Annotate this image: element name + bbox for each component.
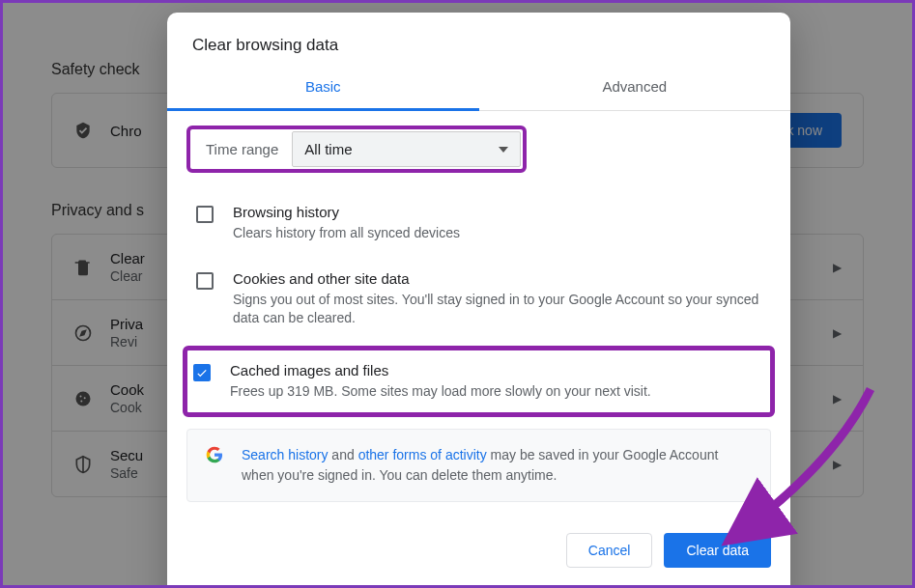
clear-browsing-data-dialog: Clear browsing data Basic Advanced Time … [167, 13, 790, 588]
option-cookies[interactable]: Cookies and other site data Signs you ou… [186, 257, 771, 342]
cancel-button[interactable]: Cancel [566, 533, 653, 568]
google-g-icon [205, 445, 224, 464]
option-title: Cookies and other site data [233, 270, 761, 287]
option-browsing-history[interactable]: Browsing history Clears history from all… [186, 190, 771, 257]
option-desc: Frees up 319 MB. Some sites may load mor… [230, 382, 651, 402]
tabs: Basic Advanced [167, 69, 790, 111]
dialog-title: Clear browsing data [167, 13, 790, 69]
checkbox-browsing-history[interactable] [196, 206, 214, 223]
option-desc: Clears history from all synced devices [233, 224, 460, 243]
checkbox-cached[interactable] [193, 364, 211, 381]
option-title: Cached images and files [230, 362, 651, 378]
dialog-footer: Cancel Clear data [167, 521, 790, 587]
google-account-info: Search history and other forms of activi… [186, 429, 771, 502]
time-range-label: Time range [192, 131, 292, 167]
checkbox-cookies[interactable] [196, 272, 214, 290]
option-cached-highlight[interactable]: Cached images and files Frees up 319 MB.… [183, 346, 775, 418]
search-history-link[interactable]: Search history [242, 447, 328, 462]
option-title: Browsing history [233, 204, 460, 220]
check-icon [195, 366, 209, 379]
tab-basic[interactable]: Basic [167, 69, 479, 110]
clear-data-button[interactable]: Clear data [664, 533, 771, 568]
time-range-select[interactable]: All time [292, 131, 521, 167]
other-activity-link[interactable]: other forms of activity [358, 447, 487, 462]
option-desc: Signs you out of most sites. You'll stay… [233, 291, 761, 328]
time-range-highlight: Time range All time [186, 126, 527, 173]
dialog-body: Time range All time Browsing history Cle… [167, 111, 790, 521]
info-text: Search history and other forms of activi… [242, 445, 753, 486]
chevron-down-icon [499, 147, 508, 153]
tab-advanced[interactable]: Advanced [479, 69, 791, 110]
time-range-value: All time [304, 141, 352, 157]
